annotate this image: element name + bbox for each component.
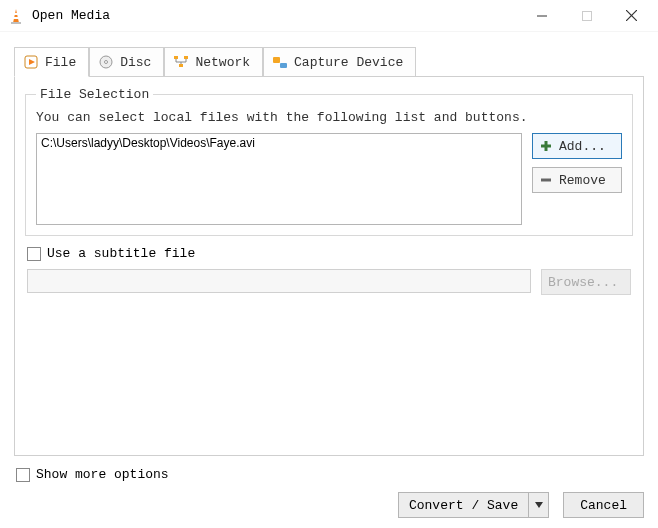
show-more-checkbox[interactable]	[16, 468, 30, 482]
cancel-button[interactable]: Cancel	[563, 492, 644, 518]
window-title: Open Media	[32, 8, 519, 23]
cancel-label: Cancel	[580, 498, 627, 513]
svg-rect-14	[179, 64, 183, 67]
remove-button[interactable]: Remove	[532, 167, 622, 193]
subtitle-checkbox-row[interactable]: Use a subtitle file	[27, 246, 633, 261]
convert-save-label: Convert / Save	[409, 498, 518, 513]
tab-label: Disc	[120, 55, 151, 70]
tab-bar: File Disc Network Capture Device	[14, 47, 644, 77]
svg-rect-12	[174, 56, 178, 59]
vlc-cone-icon	[8, 8, 24, 24]
subtitle-checkbox[interactable]	[27, 247, 41, 261]
add-button[interactable]: Add...	[532, 133, 622, 159]
svg-rect-5	[582, 11, 591, 20]
minus-icon	[539, 173, 553, 187]
file-list-item[interactable]: C:\Users\ladyy\Desktop\Videos\Faye.avi	[41, 136, 517, 150]
svg-point-11	[105, 61, 108, 64]
subtitle-path-input	[27, 269, 531, 293]
tab-panel-file: File Selection You can select local file…	[14, 76, 644, 456]
tab-label: Network	[195, 55, 250, 70]
svg-rect-13	[184, 56, 188, 59]
svg-rect-19	[273, 57, 280, 63]
subtitle-checkbox-label: Use a subtitle file	[47, 246, 195, 261]
browse-label: Browse...	[548, 275, 618, 290]
browse-button: Browse...	[541, 269, 631, 295]
file-selection-group: File Selection You can select local file…	[25, 87, 633, 236]
tab-file[interactable]: File	[14, 47, 89, 77]
plus-icon	[539, 139, 553, 153]
maximize-button	[564, 1, 609, 31]
capture-icon	[272, 54, 288, 70]
tab-capture[interactable]: Capture Device	[263, 47, 416, 77]
title-bar: Open Media	[0, 0, 658, 32]
tab-label: File	[45, 55, 76, 70]
tab-network[interactable]: Network	[164, 47, 263, 77]
svg-marker-24	[535, 502, 543, 508]
convert-save-split-button[interactable]: Convert / Save	[398, 492, 549, 518]
close-button[interactable]	[609, 1, 654, 31]
show-more-label: Show more options	[36, 467, 169, 482]
minimize-button[interactable]	[519, 1, 564, 31]
add-label: Add...	[559, 139, 606, 154]
chevron-down-icon	[535, 502, 543, 508]
convert-save-button[interactable]: Convert / Save	[398, 492, 529, 518]
svg-rect-1	[14, 13, 18, 15]
convert-save-dropdown[interactable]	[529, 492, 549, 518]
remove-label: Remove	[559, 173, 606, 188]
show-more-row[interactable]: Show more options	[16, 467, 644, 482]
file-icon	[23, 54, 39, 70]
disc-icon	[98, 54, 114, 70]
file-selection-hint: You can select local files with the foll…	[36, 110, 622, 125]
file-selection-legend: File Selection	[36, 87, 153, 102]
dialog-content: File Disc Network Capture Device File Se…	[0, 32, 658, 528]
svg-rect-20	[280, 63, 287, 68]
svg-rect-2	[13, 17, 19, 19]
file-list[interactable]: C:\Users\ladyy\Desktop\Videos\Faye.avi	[36, 133, 522, 225]
tab-disc[interactable]: Disc	[89, 47, 164, 77]
svg-marker-0	[13, 9, 19, 23]
network-icon	[173, 54, 189, 70]
svg-rect-3	[11, 22, 21, 24]
dialog-footer: Show more options Convert / Save Cancel	[14, 467, 644, 518]
tab-label: Capture Device	[294, 55, 403, 70]
